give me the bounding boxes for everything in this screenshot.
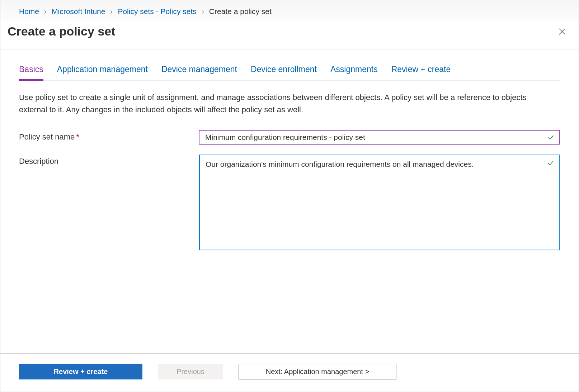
tab-device-enrollment[interactable]: Device enrollment: [251, 62, 317, 81]
previous-button: Previous: [158, 364, 223, 379]
tab-assignments[interactable]: Assignments: [330, 62, 378, 81]
checkmark-icon: [547, 159, 555, 169]
breadcrumb: Home Microsoft Intune Policy sets - Poli…: [0, 0, 579, 21]
description-label: Description: [19, 155, 199, 166]
intro-text: Use policy set to create a single unit o…: [19, 91, 550, 116]
chevron-right-icon: [43, 7, 47, 16]
description-input[interactable]: [199, 155, 560, 250]
breadcrumb-link-policy-sets[interactable]: Policy sets - Policy sets: [118, 7, 196, 16]
required-indicator: *: [76, 132, 79, 141]
close-button[interactable]: [556, 26, 568, 38]
tab-basics[interactable]: Basics: [19, 62, 43, 81]
tab-device-management[interactable]: Device management: [161, 62, 237, 81]
policy-set-name-label: Policy set name*: [19, 130, 199, 142]
review-create-button[interactable]: Review + create: [19, 364, 142, 379]
footer-actions: Review + create Previous Next: Applicati…: [0, 353, 579, 392]
tab-application-management[interactable]: Application management: [57, 62, 148, 81]
policy-set-name-input[interactable]: [199, 130, 560, 145]
page-title: Create a policy set: [8, 24, 115, 38]
checkmark-icon: [547, 133, 555, 143]
chevron-right-icon: [201, 7, 205, 16]
chevron-right-icon: [109, 7, 113, 16]
next-button[interactable]: Next: Application management >: [239, 364, 396, 379]
tab-strip: Basics Application management Device man…: [19, 62, 560, 81]
breadcrumb-current: Create a policy set: [209, 7, 272, 16]
tab-review-create[interactable]: Review + create: [391, 62, 451, 81]
close-icon: [558, 32, 566, 37]
breadcrumb-link-intune[interactable]: Microsoft Intune: [52, 7, 105, 16]
breadcrumb-link-home[interactable]: Home: [19, 7, 39, 16]
